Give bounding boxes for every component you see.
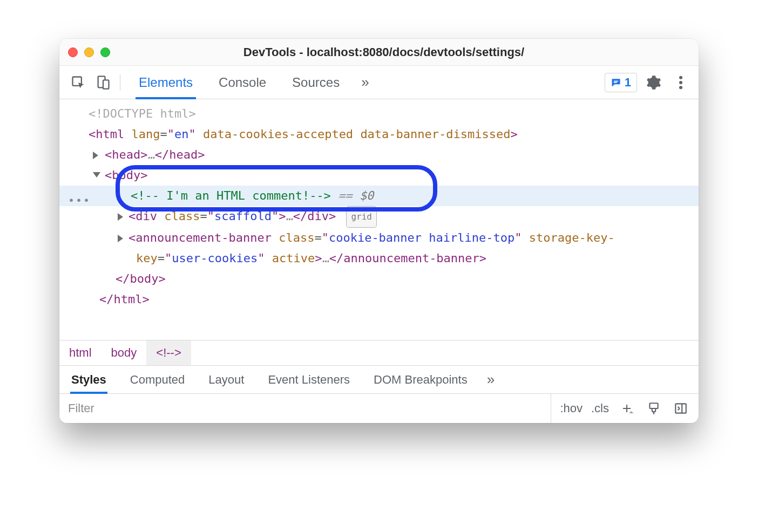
- styles-tabs: Styles Computed Layout Event Listeners D…: [59, 366, 699, 394]
- window-title: DevTools - localhost:8080/docs/devtools/…: [78, 45, 690, 59]
- new-style-rule-button[interactable]: [618, 399, 636, 418]
- svg-rect-3: [614, 80, 618, 81]
- window-titlebar: DevTools - localhost:8080/docs/devtools/…: [59, 39, 699, 66]
- breadcrumb-comment[interactable]: <!-->: [146, 340, 191, 365]
- div-tag: div: [136, 209, 157, 223]
- kebab-icon: [679, 75, 683, 90]
- message-icon: [611, 77, 621, 88]
- tab-console[interactable]: Console: [206, 66, 279, 99]
- dom-body-open[interactable]: <body>: [59, 165, 699, 186]
- html-comment: <!-- I'm an HTML comment!-->: [131, 189, 331, 202]
- breadcrumb-html[interactable]: html: [59, 340, 101, 365]
- chevron-right-icon: »: [361, 74, 369, 91]
- dom-div-scaffold[interactable]: <div class="scaffold">…</div> grid: [59, 206, 699, 228]
- grid-badge[interactable]: grid: [346, 206, 377, 228]
- collapse-arrow-icon[interactable]: [93, 172, 100, 178]
- issues-count: 1: [625, 76, 631, 90]
- computed-sidebar-toggle[interactable]: [672, 399, 690, 418]
- cls-toggle[interactable]: .cls: [591, 401, 609, 415]
- svg-point-7: [679, 86, 682, 89]
- tab-styles[interactable]: Styles: [59, 366, 118, 393]
- dom-breadcrumb: html body <!-->: [59, 340, 699, 366]
- svg-rect-2: [103, 80, 109, 88]
- styles-filter-tools: :hov .cls: [551, 399, 699, 418]
- html-close-tag: html: [114, 292, 143, 306]
- attr-class-val: scaffold: [214, 209, 272, 223]
- close-window-button[interactable]: [68, 47, 78, 57]
- inspect-element-icon[interactable]: [67, 71, 90, 94]
- attr-active: active: [272, 251, 315, 265]
- dom-html-open[interactable]: <html lang="en" data-cookies-accepted da…: [59, 124, 699, 145]
- tab-elements-label: Elements: [139, 75, 193, 90]
- body-close-tag: body: [130, 272, 159, 285]
- attr-storage-key-val: user-cookies: [172, 251, 258, 265]
- svg-rect-8: [649, 403, 658, 408]
- doctype-text: <!DOCTYPE html>: [89, 107, 196, 120]
- main-tabs: Elements Console Sources »: [126, 66, 378, 99]
- device-toolbar-icon[interactable]: [92, 71, 114, 94]
- tab-sources-label: Sources: [292, 75, 340, 90]
- attr-class: class: [164, 209, 200, 223]
- styles-filter-input[interactable]: [59, 394, 551, 423]
- elements-dom-tree[interactable]: <!DOCTYPE html> <html lang="en" data-coo…: [59, 99, 699, 340]
- attr-cookies-accepted: data-cookies-accepted: [203, 127, 353, 141]
- attr-banner-dismissed: data-banner-dismissed: [360, 127, 510, 141]
- toolbar-separator: [120, 74, 120, 91]
- dom-doctype[interactable]: <!DOCTYPE html>: [59, 104, 699, 124]
- dom-html-close[interactable]: </html>: [59, 289, 699, 310]
- chevron-right-icon: »: [487, 371, 495, 388]
- tab-computed[interactable]: Computed: [118, 366, 197, 393]
- settings-button[interactable]: [644, 72, 664, 93]
- styles-tabs-overflow[interactable]: »: [479, 366, 502, 393]
- hov-toggle[interactable]: :hov: [560, 401, 583, 415]
- tab-sources[interactable]: Sources: [279, 66, 353, 99]
- panel-collapse-icon: [674, 401, 688, 415]
- tabs-overflow-button[interactable]: »: [353, 66, 377, 99]
- expand-arrow-icon[interactable]: [118, 213, 123, 221]
- attr-class-val: cookie-banner hairline-top: [329, 231, 515, 244]
- body-tag: body: [112, 168, 140, 182]
- banner-tag: announcement-banner: [136, 231, 272, 244]
- brush-icon: [647, 401, 661, 415]
- console-ref: $0: [360, 189, 374, 202]
- dom-comment-row[interactable]: ••• <!-- I'm an HTML comment!--> == $0: [59, 186, 699, 206]
- tab-dom-breakpoints[interactable]: DOM Breakpoints: [362, 366, 479, 393]
- expand-arrow-icon[interactable]: [93, 152, 98, 159]
- toggle-common-rendering-button[interactable]: [645, 399, 663, 418]
- expand-arrow-icon[interactable]: [118, 235, 123, 242]
- ellipsis: …: [147, 148, 154, 161]
- styles-filter-row: :hov .cls: [59, 394, 699, 423]
- attr-lang: lang: [131, 127, 160, 141]
- svg-rect-9: [675, 404, 686, 413]
- dom-head[interactable]: <head>…</head>: [59, 145, 699, 165]
- attr-storage-key: storage-key: [529, 231, 608, 244]
- svg-point-5: [679, 76, 682, 79]
- attr-lang-val: en: [174, 127, 189, 141]
- issues-badge[interactable]: 1: [605, 73, 637, 92]
- attr-class: class: [279, 231, 314, 244]
- dom-announcement-banner[interactable]: <announcement-banner class="cookie-banne…: [59, 228, 699, 248]
- tab-elements[interactable]: Elements: [126, 66, 206, 99]
- toolbar-right: 1: [605, 72, 695, 93]
- gear-icon: [646, 75, 661, 90]
- tab-event-listeners[interactable]: Event Listeners: [256, 366, 362, 393]
- svg-rect-4: [614, 82, 617, 83]
- equals-marker: ==: [338, 189, 353, 202]
- dom-body-close[interactable]: </body>: [59, 269, 699, 289]
- main-toolbar: Elements Console Sources » 1: [59, 66, 699, 99]
- svg-point-6: [679, 80, 682, 84]
- tab-console-label: Console: [219, 75, 266, 90]
- dom-announcement-banner-wrap[interactable]: key="user-cookies" active>…</announcemen…: [59, 248, 699, 269]
- breadcrumb-body[interactable]: body: [101, 340, 147, 365]
- tab-layout[interactable]: Layout: [197, 366, 256, 393]
- html-tag: html: [96, 127, 124, 141]
- plus-icon: [620, 402, 633, 415]
- head-tag: head: [112, 148, 140, 161]
- more-options-button[interactable]: [671, 72, 691, 93]
- devtools-window: DevTools - localhost:8080/docs/devtools/…: [59, 39, 699, 423]
